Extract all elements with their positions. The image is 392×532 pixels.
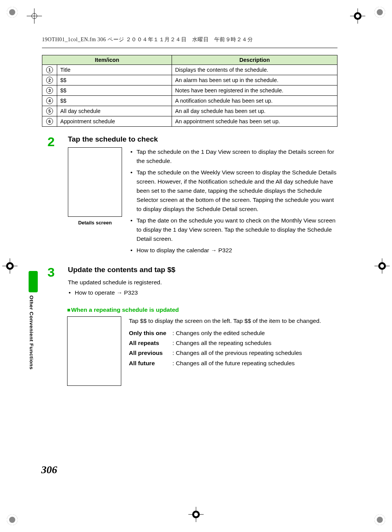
repeat-def-row: Only this one : Changes only the edited … — [129, 328, 321, 338]
repeat-def-text-4: Changes all of the future repeating sche… — [176, 360, 295, 366]
crop-circle-bl — [7, 514, 18, 525]
repeat-def-row: All previous : Changes all of the previo… — [129, 348, 321, 358]
row-item-6: Appointment schedule — [57, 116, 172, 127]
row-num-5: 5 — [46, 108, 53, 114]
running-header: 19OTH01_1col_EN.fm 306 ページ ２００４年１１月２４日 水… — [42, 36, 337, 43]
items-table: Item/icon Description 1 Title Displays t… — [42, 55, 337, 127]
page-number: 306 — [41, 464, 57, 476]
repeat-def-row: All repeats : Changes all the repeating … — [129, 338, 321, 348]
repeat-def-row: All future : Changes all of the future r… — [129, 358, 321, 368]
step-2-title: Tap the schedule to check — [68, 135, 337, 143]
table-row: 6 Appointment schedule An appointment sc… — [42, 116, 337, 127]
svg-point-9 — [192, 511, 200, 518]
crop-circle-br — [374, 514, 385, 525]
row-desc-3: Notes have been registered in the schedu… — [172, 85, 337, 96]
th-desc: Description — [172, 55, 337, 65]
table-row: 2 $$ An alarm has been set up in the sch… — [42, 75, 337, 85]
tab-green-block — [29, 271, 38, 292]
square-bullet-icon: ■ — [67, 307, 70, 313]
svg-point-17 — [378, 262, 386, 270]
repeat-def-text-1: Changes only the edited schedule — [176, 330, 265, 336]
step-2-number: 2 — [42, 135, 60, 257]
row-num-2: 2 — [46, 77, 53, 84]
details-screen-image — [68, 147, 122, 217]
row-item-2: $$ — [57, 75, 172, 85]
repeat-def-label-4: All future — [129, 358, 171, 368]
row-desc-5: An all day schedule has been set up. — [172, 106, 337, 116]
step-2-bullets: Tap the schedule on the 1 Day View scree… — [130, 147, 337, 257]
svg-point-5 — [354, 12, 361, 20]
step-3-line1: The updated schedule is registered. — [68, 278, 337, 287]
row-desc-1: Displays the contents of the schedule. — [172, 65, 337, 75]
page-content: 19OTH01_1col_EN.fm 306 ページ ２００４年１１月２４日 水… — [42, 36, 337, 386]
row-item-1: Title — [57, 65, 172, 75]
th-item: Item/icon — [42, 55, 172, 65]
svg-point-14 — [8, 264, 12, 268]
repeat-def-label-2: All repeats — [129, 338, 171, 348]
step-3-number: 3 — [42, 266, 60, 300]
side-tab: Other Convenient Functions — [29, 271, 38, 370]
step-3-title: Update the contents and tap $$ — [68, 266, 337, 274]
step-2-bullet-2: Tap the schedule on the Weekly View scre… — [130, 168, 337, 214]
svg-point-18 — [380, 264, 384, 268]
details-screen-caption: Details screen — [68, 220, 122, 226]
row-num-3: 3 — [46, 87, 53, 94]
header-rule — [42, 48, 337, 48]
table-row: 4 $$ A notification schedule has been se… — [42, 96, 337, 106]
svg-point-6 — [356, 14, 360, 18]
step-2-bullet-1: Tap the schedule on the 1 Day View scree… — [130, 147, 337, 166]
repeat-subhead: ■When a repeating schedule is updated — [67, 306, 337, 313]
row-desc-4: A notification schedule has been set up. — [172, 96, 337, 106]
crop-circle-tr — [374, 7, 385, 18]
step-3: 3 Update the contents and tap $$ The upd… — [42, 266, 337, 300]
crop-cross-top-left — [27, 8, 42, 25]
row-desc-2: An alarm has been set up in the schedule… — [172, 75, 337, 85]
table-row: 1 Title Displays the contents of the sch… — [42, 65, 337, 75]
crop-circle-tl — [7, 7, 18, 18]
step-2: 2 Tap the schedule to check Details scre… — [42, 135, 337, 257]
step-3-line2: How to operate → P323 — [68, 288, 337, 297]
step-2-bullet-3: Tap the date on the schedule you want to… — [130, 216, 337, 243]
row-desc-6: An appointment schedule has been set up. — [172, 116, 337, 127]
table-row: 3 $$ Notes have been registered in the s… — [42, 85, 337, 96]
svg-point-13 — [6, 262, 14, 270]
row-num-6: 6 — [46, 118, 53, 125]
step-2-bullet-4: How to display the calendar → P322 — [130, 246, 337, 255]
crop-cross-mid-right — [374, 258, 390, 275]
crop-cross-mid-left — [2, 258, 18, 275]
repeat-screen-image — [67, 316, 121, 386]
crop-cross-top-right — [350, 8, 365, 25]
repeat-def-label-1: Only this one — [129, 328, 171, 338]
repeat-block: Tap $$ to display the screen on the left… — [67, 316, 337, 386]
tab-section-label: Other Convenient Functions — [29, 295, 34, 370]
row-item-3: $$ — [57, 85, 172, 96]
table-row: 5 All day schedule An all day schedule h… — [42, 106, 337, 116]
crop-cross-bottom-center — [188, 507, 204, 524]
row-num-4: 4 — [46, 97, 53, 104]
table-header-row: Item/icon Description — [42, 55, 337, 65]
repeat-def-label-3: All previous — [129, 348, 171, 358]
repeat-def-text-3: Changes all of the previous repeating sc… — [176, 350, 302, 356]
svg-point-2 — [32, 13, 37, 19]
repeat-intro: Tap $$ to display the screen on the left… — [129, 316, 321, 326]
repeat-def-text-2: Changes all the repeating schedules — [176, 340, 272, 346]
row-num-1: 1 — [46, 66, 53, 73]
row-item-4: $$ — [57, 96, 172, 106]
repeat-heading-text: When a repeating schedule is updated — [71, 306, 179, 313]
row-item-5: All day schedule — [57, 106, 172, 116]
svg-point-10 — [194, 513, 198, 516]
